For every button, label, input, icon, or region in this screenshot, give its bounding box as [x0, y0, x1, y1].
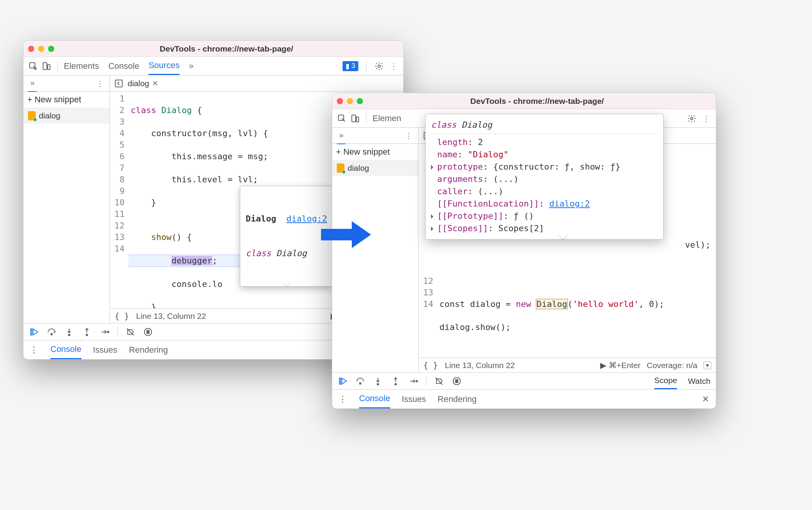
resume-icon[interactable]: [29, 327, 39, 337]
devtools-window-2: DevTools - chrome://new-tab-page/ Elemen…: [332, 93, 716, 409]
titlebar: DevTools - chrome://new-tab-page/: [332, 93, 716, 109]
step-icon[interactable]: [100, 327, 110, 337]
tab-elements[interactable]: Elements: [64, 57, 99, 75]
issue-count: 3: [351, 62, 355, 70]
navigator-kebab-icon[interactable]: ⋮: [404, 131, 414, 141]
nav-back-icon[interactable]: [114, 78, 124, 88]
resume-icon[interactable]: [338, 376, 348, 386]
popover-property-row[interactable]: prototype: {constructor: ƒ, show: ƒ}: [431, 161, 658, 173]
navigator-more[interactable]: »: [337, 127, 346, 144]
svg-point-19: [377, 383, 379, 385]
svg-rect-11: [148, 330, 149, 333]
step-out-icon[interactable]: [82, 327, 92, 337]
drawer-tab-rendering[interactable]: Rendering: [438, 394, 477, 404]
svg-point-21: [416, 380, 418, 382]
drawer-kebab-icon[interactable]: ⋮: [338, 394, 348, 404]
svg-point-8: [86, 334, 88, 336]
pause-exceptions-icon[interactable]: [143, 327, 153, 337]
drawer-kebab-icon[interactable]: ⋮: [29, 345, 39, 355]
svg-rect-5: [31, 329, 32, 335]
coverage-label: Coverage: n/a: [647, 361, 697, 370]
snippet-item-dialog[interactable]: dialog: [332, 160, 418, 176]
close-tab-icon[interactable]: ✕: [152, 79, 158, 88]
watch-tab[interactable]: Watch: [688, 373, 710, 389]
popover-property-row[interactable]: name: "Dialog": [431, 148, 658, 161]
coverage-dropdown-icon[interactable]: ▼: [704, 362, 711, 369]
new-snippet-button[interactable]: + New snippet: [23, 92, 110, 108]
maximize-icon[interactable]: [357, 98, 363, 104]
gear-icon[interactable]: [374, 61, 384, 71]
window-title: DevTools - chrome://new-tab-page/: [363, 97, 711, 106]
kebab-icon[interactable]: ⋮: [701, 113, 711, 123]
pretty-print-button[interactable]: { }: [423, 361, 438, 370]
drawer-tab-issues[interactable]: Issues: [93, 345, 118, 355]
scope-tab[interactable]: Scope: [654, 373, 677, 389]
popover-property-row[interactable]: [[Prototype]]: ƒ (): [431, 210, 658, 222]
popover-property-row[interactable]: arguments: (...): [431, 173, 658, 185]
kebab-icon[interactable]: ⋮: [389, 61, 399, 71]
new-snippet-button[interactable]: + New snippet: [332, 144, 418, 160]
expand-icon[interactable]: [431, 227, 436, 231]
traffic-lights: [28, 46, 54, 52]
deactivate-breakpoints-icon[interactable]: [125, 327, 135, 337]
device-icon[interactable]: [350, 113, 360, 123]
file-tab-dialog[interactable]: dialog ✕: [128, 79, 158, 88]
drawer-close-icon[interactable]: ✕: [701, 394, 710, 404]
file-tab-label: dialog: [128, 79, 149, 88]
code-content[interactable]: const dialog = new Dialog('hello world',…: [437, 274, 716, 358]
step-icon[interactable]: [408, 376, 418, 386]
svg-rect-13: [352, 115, 356, 122]
step-over-icon[interactable]: [47, 327, 57, 337]
file-tabs: dialog ✕: [110, 75, 403, 91]
step-over-icon[interactable]: [355, 376, 365, 386]
device-icon[interactable]: [41, 61, 51, 71]
partial-code-level: vel);: [685, 240, 710, 250]
navigator-kebab-icon[interactable]: ⋮: [95, 78, 105, 88]
step-into-icon[interactable]: [373, 376, 383, 386]
hover-tooltip: Dialog dialog:2 class Dialog: [240, 186, 333, 287]
popover-property-row[interactable]: [[FunctionLocation]]: dialog:2: [431, 198, 658, 210]
snippet-label: dialog: [39, 111, 60, 120]
expand-icon[interactable]: [431, 165, 436, 170]
drawer-tab-console[interactable]: Console: [359, 390, 390, 408]
svg-point-15: [691, 117, 693, 120]
drawer-tab-issues[interactable]: Issues: [402, 394, 426, 404]
step-out-icon[interactable]: [391, 376, 401, 386]
inspect-icon[interactable]: [28, 61, 38, 71]
window-title: DevTools - chrome://new-tab-page/: [54, 44, 399, 53]
expand-icon[interactable]: [431, 214, 436, 219]
popover-property-row[interactable]: length: 2: [431, 136, 658, 148]
titlebar: DevTools - chrome://new-tab-page/: [23, 41, 403, 57]
line-gutter: 1234567891011121314: [110, 92, 128, 308]
step-into-icon[interactable]: [64, 327, 74, 337]
issues-badge[interactable]: ▮ 3: [343, 61, 358, 71]
gear-icon[interactable]: [687, 113, 697, 123]
close-icon[interactable]: [28, 46, 34, 52]
popover-property-row[interactable]: caller: (...): [431, 185, 658, 198]
cursor-position: Line 13, Column 22: [445, 361, 515, 370]
maximize-icon[interactable]: [48, 46, 54, 52]
drawer-tab-rendering[interactable]: Rendering: [129, 345, 168, 355]
close-icon[interactable]: [337, 98, 343, 104]
tab-sources[interactable]: Sources: [148, 57, 180, 75]
tab-more[interactable]: »: [189, 57, 193, 75]
svg-rect-22: [456, 380, 456, 383]
minimize-icon[interactable]: [38, 46, 44, 52]
svg-rect-2: [48, 65, 50, 70]
popover-property-row[interactable]: [[Scopes]]: Scopes[2]: [431, 222, 658, 235]
tooltip-name: Dialog: [246, 214, 276, 223]
tab-console[interactable]: Console: [108, 57, 140, 75]
dialog-class-token[interactable]: Dialog: [536, 299, 567, 309]
pause-exceptions-icon[interactable]: [452, 376, 462, 386]
pretty-print-button[interactable]: { }: [115, 312, 129, 321]
run-shortcut[interactable]: ▶ ⌘+Enter: [600, 361, 641, 370]
svg-point-9: [107, 331, 109, 333]
line-gutter: 121314: [419, 274, 437, 358]
navigator-more[interactable]: »: [28, 75, 37, 92]
deactivate-breakpoints-icon[interactable]: [434, 376, 444, 386]
minimize-icon[interactable]: [347, 98, 353, 104]
inspect-icon[interactable]: [337, 113, 347, 123]
snippet-item-dialog[interactable]: dialog: [23, 108, 110, 123]
drawer-tab-console[interactable]: Console: [50, 340, 82, 359]
tab-elements-truncated[interactable]: Elemen: [373, 109, 401, 127]
